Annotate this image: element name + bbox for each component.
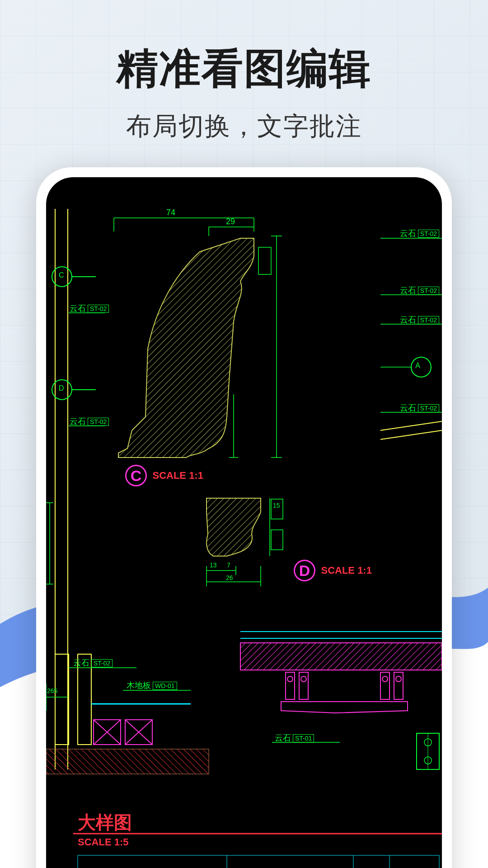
dim-15: 15 (273, 502, 280, 509)
detail-title-text: 大样图 (78, 812, 132, 832)
material-callout-left-2: 云石ST-02 (70, 416, 109, 427)
section-ref-d: D (59, 384, 64, 392)
section-ref-a: A (415, 362, 420, 370)
material-callout-floor: 云石ST-02 (73, 657, 113, 668)
scale-1-5: SCALE 1:5 (78, 836, 128, 848)
dim-26: 26 (226, 574, 233, 581)
section-c-label: C SCALE 1:1 (125, 465, 203, 486)
svg-line-39 (380, 421, 442, 430)
material-code-tag: ST-02 (88, 305, 109, 313)
svg-rect-27 (271, 530, 283, 550)
wood-floor-label: 木地板 (127, 681, 151, 690)
dim-29: 29 (226, 217, 235, 226)
detail-drawing-scale: SCALE 1:5 (78, 836, 128, 848)
material-label: 云石 (70, 304, 86, 313)
material-callout-right-1: 云石ST-02 (400, 228, 439, 239)
svg-rect-50 (46, 749, 209, 774)
svg-point-64 (382, 676, 388, 682)
svg-line-40 (380, 430, 442, 439)
dim-265: 265 (47, 687, 57, 694)
dim-7: 7 (227, 561, 230, 569)
section-letter-c: C (125, 465, 147, 486)
material-callout-left-1: 云石ST-02 (70, 303, 109, 314)
material-code-tag: ST-02 (88, 418, 109, 426)
detail-drawing-title: 大样图 (78, 810, 132, 835)
promo-header: 精准看图编辑 布局切换，文字批注 (0, 0, 488, 144)
svg-point-65 (396, 676, 401, 682)
cad-drawing-canvas[interactable] (46, 177, 442, 868)
material-callout-right-2: 云石ST-02 (400, 285, 439, 296)
material-callout-right-3: 云石ST-02 (400, 314, 439, 325)
section-ref-c: C (59, 271, 64, 279)
section-letter-d: D (294, 560, 315, 581)
page-title: 精准看图编辑 (0, 41, 488, 97)
material-label: 云石 (70, 417, 86, 426)
dim-74: 74 (166, 208, 175, 217)
scale-d: SCALE 1:1 (321, 565, 371, 576)
svg-rect-8 (258, 247, 271, 274)
phone-mockup-frame: 74 29 C D 云石ST-02 云石ST-02 云石ST-02 云石ST-0… (36, 167, 452, 868)
svg-point-37 (411, 357, 431, 377)
wood-floor-callout: 木地板WD-01 (127, 680, 177, 691)
material-callout-right-4: 云石ST-02 (400, 402, 439, 413)
page-subtitle: 布局切换，文字批注 (0, 109, 488, 144)
svg-rect-72 (78, 855, 439, 868)
material-callout-st01: 云石ST-01 (275, 732, 314, 743)
cad-viewer-screen[interactable]: 74 29 C D 云石ST-02 云石ST-02 云石ST-02 云石ST-0… (46, 177, 442, 868)
svg-point-62 (287, 676, 293, 682)
scale-c: SCALE 1:1 (152, 470, 203, 481)
wood-floor-code: WD-01 (153, 682, 177, 690)
svg-point-63 (301, 676, 306, 682)
section-d-label: D SCALE 1:1 (294, 560, 372, 581)
svg-rect-41 (55, 654, 69, 745)
svg-rect-57 (240, 643, 442, 670)
dim-13: 13 (210, 561, 217, 569)
